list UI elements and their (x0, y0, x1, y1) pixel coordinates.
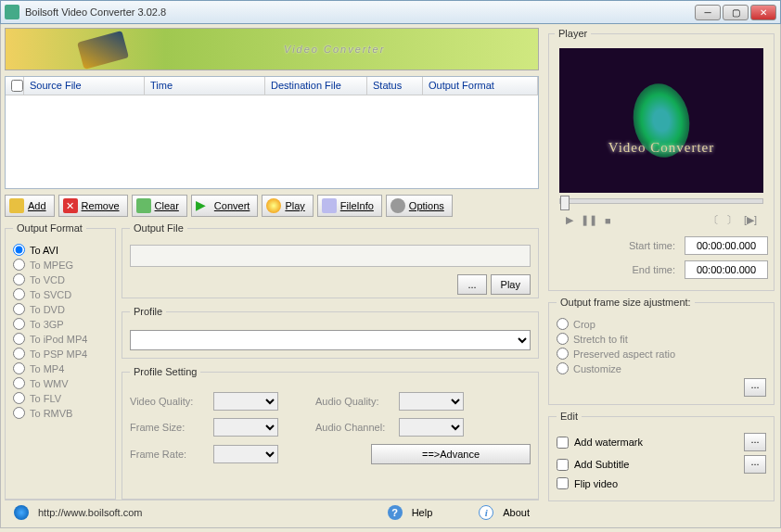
titlebar: Boilsoft Video Converter 3.02.8 ─ ▢ ✕ (0, 0, 781, 24)
output-file-legend: Output File (130, 222, 187, 234)
output-file-input[interactable] (130, 245, 531, 267)
range-play-button[interactable]: [▶] (744, 214, 757, 226)
player-group: Player Video Converter ▶ ❚❚ ■ 〔 〕 [▶] St… (548, 28, 775, 291)
maximize-button[interactable]: ▢ (723, 5, 749, 20)
end-time-input[interactable] (685, 260, 768, 279)
edit-group: Edit Add watermark... Add Subtitle... Fl… (548, 411, 775, 501)
profile-group: Profile (122, 306, 539, 359)
minimize-button[interactable]: ─ (695, 5, 721, 20)
add-button[interactable]: Add (5, 195, 55, 217)
list-header: Source File Time Destination File Status… (6, 77, 538, 95)
disc-icon (266, 198, 281, 213)
output-format-group: Output Format To AVITo MPEGTo VCDTo SVCD… (5, 222, 116, 500)
play-output-button[interactable]: Play (491, 274, 531, 295)
audio-channel-select[interactable] (399, 418, 464, 437)
globe-icon (14, 505, 29, 520)
adjust-radio-crop[interactable]: Crop (557, 318, 766, 330)
file-list[interactable]: Source File Time Destination File Status… (5, 76, 539, 189)
format-radio-to-psp-mp4[interactable]: To PSP MP4 (13, 348, 108, 360)
clear-button[interactable]: Clear (132, 195, 187, 217)
video-quality-select[interactable] (213, 392, 278, 411)
output-file-group: Output File ... Play (122, 222, 539, 298)
mark-in-button[interactable]: 〔 (709, 213, 719, 227)
format-radio-to-mp4[interactable]: To MP4 (13, 362, 108, 374)
advance-button[interactable]: ==>Advance (371, 444, 531, 464)
format-radio-to-vcd[interactable]: To VCD (13, 273, 108, 285)
edit-legend: Edit (557, 411, 582, 422)
profile-setting-group: Profile Setting Video Quality:Audio Qual… (122, 366, 539, 500)
options-button[interactable]: Options (386, 195, 453, 217)
adjust-legend: Output frame size ajustment: (557, 297, 695, 308)
window-title: Boilsoft Video Converter 3.02.8 (25, 6, 695, 18)
about-icon: i (479, 505, 493, 520)
audio-quality-select[interactable] (399, 392, 464, 411)
seek-slider[interactable] (559, 198, 763, 204)
watermark-config-button[interactable]: ... (744, 433, 766, 451)
select-all-checkbox[interactable] (11, 80, 23, 92)
col-status[interactable]: Status (367, 77, 423, 95)
profile-setting-legend: Profile Setting (130, 366, 200, 377)
gear-icon (390, 198, 405, 213)
mark-out-button[interactable]: 〕 (726, 213, 736, 227)
format-radio-to-svcd[interactable]: To SVCD (13, 288, 108, 300)
format-radio-to-dvd[interactable]: To DVD (13, 303, 108, 315)
col-time[interactable]: Time (145, 77, 265, 95)
clear-icon (136, 198, 151, 213)
format-radio-to-flv[interactable]: To FLV (13, 392, 108, 404)
fileinfo-button[interactable]: FileInfo (317, 195, 382, 217)
format-radio-to-rmvb[interactable]: To RMVB (13, 407, 108, 419)
about-link[interactable]: About (503, 507, 530, 518)
toolbar: Add ✕Remove Clear ▶Convert Play FileInfo… (5, 195, 539, 217)
watermark-checkbox[interactable] (557, 437, 569, 449)
app-icon (5, 5, 19, 19)
statusbar: http://www.boilsoft.com ? Help i About (5, 500, 539, 524)
play-button[interactable]: Play (262, 195, 313, 217)
browse-button[interactable]: ... (457, 274, 486, 295)
play-icon: ▶ (196, 198, 211, 213)
convert-button[interactable]: ▶Convert (191, 195, 259, 217)
help-icon: ? (388, 505, 403, 520)
adjust-radio-customize[interactable]: Customize (557, 362, 766, 374)
banner: Video Converter (5, 28, 539, 70)
format-radio-to-wmv[interactable]: To WMV (13, 377, 108, 389)
col-source[interactable]: Source File (24, 77, 145, 95)
folder-icon (9, 198, 24, 213)
x-icon: ✕ (63, 198, 78, 213)
format-radio-to-avi[interactable]: To AVI (13, 244, 108, 256)
format-radio-to-mpeg[interactable]: To MPEG (13, 259, 108, 271)
subtitle-checkbox[interactable] (557, 459, 569, 471)
frame-rate-select[interactable] (213, 445, 278, 463)
format-radio-to-ipod-mp4[interactable]: To iPod MP4 (13, 333, 108, 345)
profile-legend: Profile (130, 306, 166, 317)
preview-area: Video Converter (559, 48, 763, 193)
help-link[interactable]: Help (412, 507, 433, 518)
flip-checkbox[interactable] (557, 477, 569, 489)
frame-adjust-group: Output frame size ajustment: CropStretch… (548, 297, 775, 405)
format-radio-to-3gp[interactable]: To 3GP (13, 318, 108, 330)
player-legend: Player (555, 28, 591, 39)
start-time-input[interactable] (685, 236, 768, 255)
adjust-radio-preserved-aspect-ratio[interactable]: Preserved aspect ratio (557, 348, 766, 360)
website-link[interactable]: http://www.boilsoft.com (38, 507, 378, 518)
col-dest[interactable]: Destination File (265, 77, 367, 95)
frame-size-select[interactable] (213, 418, 278, 437)
col-format[interactable]: Output Format (423, 77, 538, 95)
subtitle-config-button[interactable]: ... (744, 455, 766, 474)
customize-button[interactable]: ... (744, 378, 766, 397)
play-control[interactable]: ▶ (566, 214, 573, 226)
close-button[interactable]: ✕ (750, 5, 776, 20)
output-format-legend: Output Format (13, 222, 86, 234)
info-icon (322, 198, 337, 213)
adjust-radio-stretch-to-fit[interactable]: Stretch to fit (557, 333, 766, 345)
stop-control[interactable]: ■ (605, 215, 611, 226)
pause-control[interactable]: ❚❚ (581, 214, 597, 226)
remove-button[interactable]: ✕Remove (58, 195, 128, 217)
profile-select[interactable] (130, 330, 531, 350)
